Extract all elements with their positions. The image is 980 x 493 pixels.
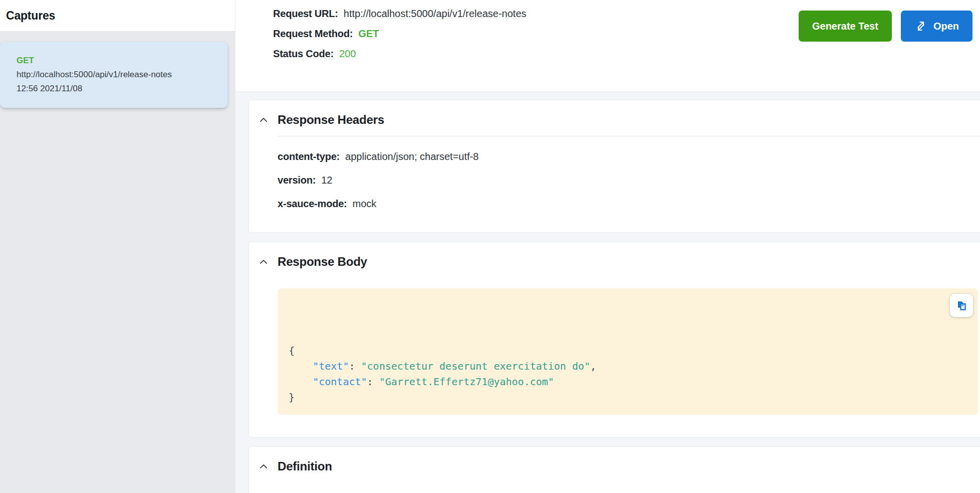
capture-timestamp: 12:56 2021/11/08 — [17, 82, 220, 96]
copy-response-body-button[interactable] — [950, 294, 973, 317]
capture-method-badge: GET — [17, 54, 220, 68]
header-row: x-sauce-mode:mock — [278, 198, 980, 210]
response-body-title: Response Body — [278, 255, 367, 269]
status-code-value: 200 — [339, 48, 356, 60]
open-button[interactable]: Open — [901, 11, 972, 42]
sidebar-title: Captures — [6, 9, 55, 23]
response-body-section: Response Body { "text": "consectetur des… — [249, 242, 980, 437]
sidebar-header: Captures — [0, 0, 235, 32]
chevron-up-icon — [258, 114, 270, 126]
code-line: } — [289, 390, 943, 405]
chevron-up-icon — [258, 256, 270, 268]
header-row: content-type:application/json; charset=u… — [278, 151, 980, 162]
response-body-code: { "text": "consectetur deserunt exercita… — [278, 288, 978, 415]
header-value: mock — [353, 198, 377, 210]
definition-section: Definition { "operation": { "uri": "/api… — [249, 446, 980, 493]
action-buttons: Generate Test Open — [799, 11, 972, 42]
definition-header: Definition — [249, 447, 980, 474]
request-summary: Request URL: http://localhost:5000/api/v… — [235, 0, 980, 92]
code-line: "contact": "Garrett.Effertz71@yahoo.com" — [289, 374, 943, 390]
request-url-label: Request URL: — [273, 8, 338, 20]
header-name: content-type: — [278, 151, 340, 162]
capture-detail-panel: Request URL: http://localhost:5000/api/v… — [235, 0, 980, 493]
generate-test-button[interactable]: Generate Test — [799, 11, 892, 42]
collapse-definition-button[interactable] — [256, 459, 271, 474]
app-root: Captures GET http://localhost:5000/api/v… — [0, 0, 980, 493]
header-value: application/json; charset=utf-8 — [345, 151, 478, 162]
request-method-label: Request Method: — [273, 28, 353, 40]
response-headers-title: Response Headers — [278, 113, 384, 127]
header-name: x-sauce-mode: — [278, 198, 347, 210]
response-headers-header: Response Headers — [249, 100, 980, 127]
chevron-up-icon — [258, 460, 270, 472]
open-arrows-icon — [914, 20, 927, 33]
status-code-row: Status Code: 200 — [273, 48, 972, 60]
open-button-label: Open — [933, 21, 959, 32]
status-code-label: Status Code: — [273, 48, 334, 60]
generate-test-button-label: Generate Test — [812, 21, 878, 32]
capture-url: http://localhost:5000/api/v1/release-not… — [17, 68, 220, 82]
request-url-value: http://localhost:5000/api/v1/release-not… — [344, 8, 527, 20]
response-headers-list: content-type:application/json; charset=u… — [249, 136, 980, 232]
collapse-response-body-button[interactable] — [256, 254, 271, 269]
response-body-header: Response Body — [249, 242, 980, 269]
code-line: "text": "consectetur deserunt exercitati… — [289, 359, 943, 374]
code-line: { — [289, 343, 943, 359]
collapse-response-headers-button[interactable] — [256, 112, 271, 127]
copy-icon — [956, 300, 967, 311]
header-row: version:12 — [278, 175, 980, 186]
capture-card-selected[interactable]: GET http://localhost:5000/api/v1/release… — [0, 42, 227, 108]
header-value: 12 — [321, 175, 332, 186]
header-name: version: — [278, 175, 316, 186]
request-method-value: GET — [358, 28, 379, 40]
definition-title: Definition — [278, 459, 332, 473]
response-headers-section: Response Headers content-type:applicatio… — [249, 100, 980, 233]
captures-sidebar: Captures GET http://localhost:5000/api/v… — [0, 0, 235, 493]
